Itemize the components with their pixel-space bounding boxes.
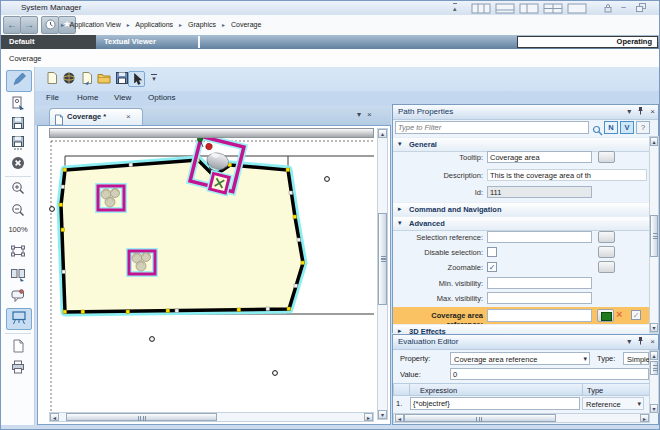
type-header[interactable]: Type xyxy=(582,383,650,396)
canvas-hscrollbar[interactable]: ◂ ▸ xyxy=(49,412,374,422)
filter-help-button[interactable]: ? xyxy=(636,121,650,134)
fit-to-view-button[interactable] xyxy=(9,243,27,261)
tab-default[interactable]: Default xyxy=(1,35,96,49)
disable-selection-checkbox[interactable] xyxy=(487,247,497,257)
hscroll-thumb[interactable] xyxy=(404,414,556,422)
reference-color-button[interactable] xyxy=(597,309,614,322)
breadcrumb-item-graphics[interactable]: Graphics xyxy=(188,21,216,28)
scroll-right-button[interactable]: ▸ xyxy=(364,413,373,421)
min-visibility-input[interactable] xyxy=(487,277,592,289)
select-tool-button[interactable] xyxy=(128,71,145,87)
properties-scrollbar[interactable]: ▴ ▾ xyxy=(649,136,659,333)
expression-type-dropdown[interactable]: Reference ▾ xyxy=(582,397,644,410)
path-properties-titlebar[interactable]: Path Properties ▾ × xyxy=(393,105,658,120)
restore-button[interactable] xyxy=(636,3,647,12)
tab-textual-viewer[interactable]: Textual Viewer xyxy=(96,35,197,49)
import-export-button[interactable] xyxy=(9,95,27,113)
menu-options[interactable]: Options xyxy=(148,93,176,102)
close-cancel-button[interactable] xyxy=(9,155,27,173)
scroll-up-button[interactable]: ▴ xyxy=(378,129,387,138)
breadcrumb-item-applications[interactable]: Applications xyxy=(135,21,173,28)
close-panel-icon[interactable]: × xyxy=(650,107,655,116)
scroll-down-button[interactable]: ▾ xyxy=(650,323,658,332)
scroll-left-button[interactable]: ◂ xyxy=(50,413,59,421)
evaluation-editor-titlebar[interactable]: Evaluation Editor ▾ × xyxy=(393,335,658,350)
page-setup-button[interactable] xyxy=(9,338,27,356)
save-as-button[interactable] xyxy=(9,135,27,153)
canvas-top-scrollbar[interactable] xyxy=(49,128,374,138)
breadcrumb-item-coverage[interactable]: Coverage xyxy=(231,21,261,28)
menu-home[interactable]: Home xyxy=(77,93,98,102)
projection-screen-button[interactable] xyxy=(6,308,32,330)
section-general[interactable]: ▾ General xyxy=(393,137,649,152)
forward-button[interactable]: → xyxy=(20,16,38,34)
minimize-button[interactable]: – xyxy=(621,2,626,11)
vscroll-thumb[interactable] xyxy=(650,215,658,257)
pin-icon[interactable] xyxy=(637,336,644,347)
selection-reference-input[interactable] xyxy=(487,231,592,243)
property-dropdown[interactable]: Coverage area reference ▾ xyxy=(450,352,590,365)
close-tab-icon[interactable]: × xyxy=(126,112,131,121)
scroll-down-button[interactable]: ▾ xyxy=(378,410,387,419)
operating-mode-button[interactable]: Operating xyxy=(517,36,658,48)
collapse-ribbon-icon[interactable]: ▴ xyxy=(453,3,457,13)
type-dropdown[interactable]: Simple xyxy=(623,352,649,365)
section-advanced[interactable]: ▾ Advanced xyxy=(393,216,649,231)
scroll-right-button[interactable]: ▸ xyxy=(640,414,649,422)
reference-apply-checkbox[interactable]: ✓ xyxy=(631,310,641,320)
clear-reference-icon[interactable]: × xyxy=(616,308,622,320)
evaluation-vscrollbar[interactable]: ▴ ▾ xyxy=(649,350,659,413)
value-input[interactable] xyxy=(450,368,649,380)
zoom-out-button[interactable] xyxy=(9,202,27,220)
filter-value-button[interactable]: V xyxy=(620,121,634,134)
layout-hsplit-icon[interactable] xyxy=(495,4,515,13)
close-panel-icon[interactable]: × xyxy=(650,337,655,346)
coverage-reference-input[interactable] xyxy=(487,309,592,322)
filter-name-button[interactable]: N xyxy=(604,121,618,134)
print-button[interactable] xyxy=(9,359,27,377)
zoom-in-button[interactable] xyxy=(9,180,27,198)
panel-menu-icon[interactable]: ▾ xyxy=(627,107,631,116)
zoomable-checkbox[interactable]: ✓ xyxy=(487,262,497,272)
layout-quad-icon[interactable] xyxy=(543,4,563,13)
back-button[interactable]: ← xyxy=(3,16,21,34)
vscroll-thumb[interactable] xyxy=(650,361,658,375)
layout-columns-icon[interactable] xyxy=(471,4,491,13)
scroll-up-button[interactable]: ▴ xyxy=(650,137,658,146)
split-view-button[interactable] xyxy=(9,266,27,284)
panel-menu-icon[interactable]: ▾ xyxy=(627,337,631,346)
zoomable-ellipsis-button[interactable] xyxy=(598,261,615,273)
section-command-navigation[interactable]: ▸ Command and Navigation xyxy=(393,202,649,217)
hscroll-thumb[interactable] xyxy=(66,413,217,421)
breadcrumb-item-application-view[interactable]: Application View xyxy=(70,21,121,28)
vscroll-thumb[interactable] xyxy=(378,213,387,305)
canvas-vscrollbar[interactable]: ▴ ▾ xyxy=(377,128,388,420)
max-visibility-input[interactable] xyxy=(487,292,592,304)
drawing-canvas[interactable]: ▴ ▾ ◂ ▸ xyxy=(37,125,391,425)
document-tab-coverage[interactable]: Coverage * × xyxy=(49,108,143,126)
edit-pen-tool-button[interactable] xyxy=(6,70,32,92)
evaluation-hscrollbar[interactable]: ◂ ▸ xyxy=(393,413,650,423)
tooltip-ellipsis-button[interactable] xyxy=(598,151,615,163)
tab-bar-menu-buttons[interactable]: ▾× xyxy=(357,110,378,119)
menu-file[interactable]: File xyxy=(46,93,59,102)
tooltip-input[interactable] xyxy=(487,151,592,163)
import-document-button[interactable] xyxy=(79,71,95,87)
scroll-left-button[interactable]: ◂ xyxy=(395,414,404,422)
scroll-up-button[interactable]: ▴ xyxy=(650,351,658,360)
callout-annotation-button[interactable] xyxy=(9,288,27,306)
description-input[interactable] xyxy=(487,169,647,181)
save-button[interactable] xyxy=(9,115,27,133)
layout-vsplit-icon[interactable] xyxy=(519,4,539,13)
expression-input[interactable] xyxy=(410,397,580,410)
expression-header[interactable]: Expression xyxy=(409,383,583,396)
scroll-down-button[interactable]: ▾ xyxy=(650,404,658,413)
filter-input[interactable] xyxy=(395,121,589,134)
zoom-level-label[interactable]: 100% xyxy=(4,225,32,234)
pin-icon[interactable] xyxy=(637,106,644,117)
menu-view[interactable]: View xyxy=(114,93,131,102)
new-document-button[interactable] xyxy=(44,71,60,87)
disable-selection-ellipsis-button[interactable] xyxy=(598,246,615,258)
open-project-button[interactable] xyxy=(61,71,77,87)
toolbar-overflow-button[interactable]: ▾ xyxy=(150,74,158,82)
